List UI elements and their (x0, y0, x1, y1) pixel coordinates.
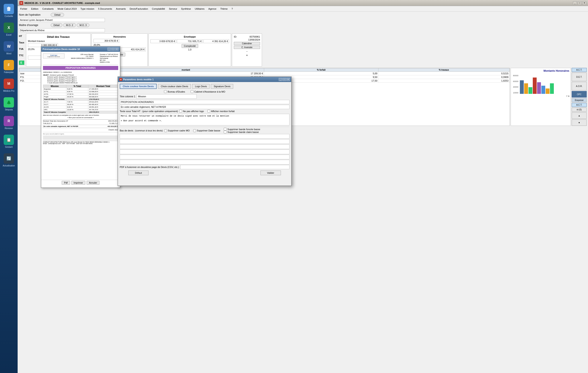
taskbar-item-word[interactable]: W Word (0, 40, 17, 57)
no-logo-checkbox[interactable] (179, 110, 182, 112)
defaut-button[interactable]: Défaut (128, 171, 148, 175)
no-logo-checkbox-label[interactable]: Ne pas afficher logo (179, 110, 204, 112)
nt5-button[interactable]: nt (5) (572, 108, 587, 112)
valider-button[interactable]: Valider (261, 171, 281, 175)
menu-help[interactable]: ? (230, 7, 234, 10)
net-payer-input[interactable] (120, 105, 290, 109)
scroll-down-button[interactable]: ▼ (572, 119, 587, 126)
menu-devis[interactable]: Devis/Facturation (128, 7, 150, 10)
menu-utilitaires[interactable]: Utilitaires (193, 7, 206, 10)
detail-button[interactable]: Détail (51, 13, 64, 17)
scroll-up-button[interactable]: ▲ (572, 112, 587, 119)
minimize-button[interactable]: _ (573, 1, 577, 5)
supprimer-bande-foncee-label[interactable]: Supprimer bande foncée basse (224, 128, 260, 131)
act-top-button[interactable]: A.C.T. (572, 68, 587, 72)
close-button[interactable]: ✕ (582, 1, 586, 5)
moa-3-button[interactable]: M.O. 3 (77, 23, 89, 27)
menu-avenants[interactable]: Avenants (114, 7, 128, 10)
cabinet-assistance-checkbox-label[interactable]: Cabinet d'Assistance à la MO (191, 90, 225, 93)
honoraires-value1[interactable] (94, 39, 119, 43)
restore-button[interactable]: □ (578, 1, 582, 5)
supprimer-bande-foncee-checkbox[interactable] (224, 128, 227, 131)
det-button[interactable]: D.E.T. (572, 73, 587, 81)
bas-devis-input-4[interactable] (120, 150, 290, 154)
taskbar-item-gestant[interactable]: 📋 Gestant (0, 133, 17, 150)
title-bar-left: M MEDICIS 26 - V 26.18 B - CHARLET ARCHI… (19, 1, 100, 5)
bar-4 (533, 78, 537, 94)
menu-serveur[interactable]: Serveur (167, 7, 179, 10)
pdf-fusionner-input[interactable] (180, 165, 290, 169)
menu-mode-calcul[interactable]: Mode Calcul 2019 (56, 7, 78, 10)
honoraires-value3[interactable] (120, 48, 146, 51)
couleur-foncee-button[interactable]: Choix couleur foncée Devis (120, 84, 157, 89)
taskbar-item-sequoia[interactable]: 🌲 Séquoia (0, 96, 17, 112)
enveloppe-value3[interactable] (203, 39, 229, 43)
params-restore[interactable]: □ (283, 78, 286, 81)
enveloppe-value1[interactable] (150, 39, 176, 43)
aor-button[interactable]: A.O.R. (572, 82, 587, 91)
supprimer-date-basse-label[interactable]: Supprimer Date basse (193, 129, 220, 132)
opc-button[interactable]: OPC (572, 91, 587, 98)
menu-5documents[interactable]: 5 Documents (96, 7, 114, 10)
e-button[interactable]: E (19, 60, 24, 65)
operation-name-input[interactable] (19, 18, 105, 22)
cabinet-assistance-checkbox[interactable] (191, 90, 193, 93)
supprimer-cadre-mo-checkbox[interactable] (164, 129, 167, 132)
taskbar-item-medicis[interactable]: M Médicis Pro (0, 77, 17, 94)
calendrier-button[interactable]: Calendrier (234, 42, 260, 45)
complexite-button[interactable]: Complexité (182, 44, 198, 48)
prop-honoraires-input[interactable] (120, 100, 290, 104)
menu-theme[interactable]: Thème (219, 7, 229, 10)
preview-note: Merci de nous retourner un exemplaire de… (43, 114, 118, 116)
bas-devis-input-6[interactable] (120, 160, 290, 164)
preview-restore[interactable]: □ (111, 48, 115, 51)
couleur-claire-button[interactable]: Choix couleur claire Devis (158, 84, 191, 89)
params-close[interactable]: ✕ (286, 78, 290, 81)
supprimer-bande-claire-label[interactable]: Supprimer bande claire basse (224, 131, 260, 133)
menu-edition[interactable]: Edition (30, 7, 40, 10)
bas-devis-input-3[interactable] (120, 144, 290, 149)
bas-devis-input-2[interactable] (120, 139, 290, 144)
logo-button[interactable]: Logo Devis (192, 84, 210, 89)
taskbar-item-faberplan[interactable]: F Faberplan (0, 58, 17, 75)
imprimer-button[interactable]: Imprimer (71, 181, 85, 185)
menu-synthese[interactable]: Synthèse (179, 7, 193, 10)
moa-value-input[interactable] (19, 28, 105, 32)
mention-forfait-checkbox[interactable] (207, 110, 210, 112)
id-box: ID: 83756961 13/06/2024 Calendrier C. In… (232, 33, 262, 67)
menu-comptabilite[interactable]: Comptabilité (150, 7, 167, 10)
bureau-etudes-checkbox-label[interactable]: Bureau d'Etudes (164, 90, 185, 93)
mention-forfait-checkbox-label[interactable]: Afficher mention forfait (207, 110, 235, 112)
taskbar-item-actualisation[interactable]: 🔄 Actualisation (0, 151, 17, 169)
params-minimize[interactable]: _ (279, 78, 282, 81)
esquisse-button[interactable]: Esquisse (572, 98, 587, 102)
texte-textarea[interactable]: Merci de nous retourner un exemplaire de… (120, 114, 290, 125)
preview-close[interactable]: ✕ (115, 48, 119, 51)
pdf-button[interactable]: Pdf (62, 181, 70, 185)
bas-devis-input-1[interactable] (120, 134, 290, 139)
bureau-etudes-checkbox[interactable] (164, 90, 167, 93)
menu-agence[interactable]: Agence (207, 7, 218, 10)
signature-button[interactable]: Signature Devis (211, 84, 233, 89)
supprimer-cadre-mo-label[interactable]: Supprimer cadre MO (164, 129, 190, 132)
menu-fichier[interactable]: Fichier (19, 7, 29, 10)
cinversee-button[interactable]: C. Inversée (234, 46, 260, 49)
annuler-button[interactable]: Annuler (87, 181, 99, 185)
taskbar-item-revision[interactable]: R Révision (0, 114, 17, 131)
preview-minimize[interactable]: _ (107, 48, 111, 51)
excel-icon: X (4, 22, 14, 33)
menu-cotraitants[interactable]: Cotraitants (41, 7, 55, 10)
supprimer-date-basse-checkbox[interactable] (193, 129, 196, 132)
moa-2-button[interactable]: M.O. 2 (63, 23, 76, 27)
moa-detail-button[interactable]: Détail (51, 23, 62, 27)
act-bottom-button[interactable]: A.C.T. (572, 103, 587, 107)
montant-cell: 17 209,50 € (108, 72, 264, 75)
chart-box: Montants Honoraires 80000 60000 40000 10… (511, 68, 571, 126)
supprimer-bande-claire-checkbox[interactable] (224, 131, 227, 133)
bas-devis-input-5[interactable] (120, 155, 290, 159)
taskbar-item-excel[interactable]: X Excel (0, 21, 17, 38)
titre-colonne-input[interactable] (136, 94, 197, 99)
menu-type-mission[interactable]: Type mission (79, 7, 96, 10)
enveloppe-value2[interactable] (177, 39, 203, 43)
taskbar-item-corbeille[interactable]: 🗑 Corbeille (0, 2, 17, 19)
